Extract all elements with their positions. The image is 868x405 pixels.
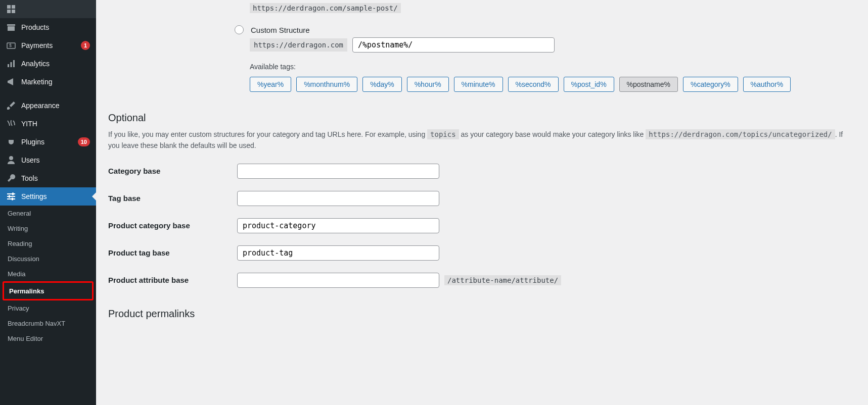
svg-rect-12 [7, 198, 15, 199]
notification-badge: 1 [81, 41, 90, 50]
svg-rect-15 [12, 198, 13, 200]
submenu-general[interactable]: General [0, 206, 96, 221]
tag-day[interactable]: %day% [362, 77, 401, 92]
svg-rect-3 [12, 10, 15, 13]
product-tag-base-input[interactable] [237, 245, 439, 261]
svg-rect-14 [9, 195, 10, 198]
sidebar-label: Users [21, 156, 90, 164]
category-base-label: Category base [108, 167, 237, 175]
radio-unchecked-icon[interactable] [235, 25, 244, 34]
product-attribute-base-label: Product attribute base [108, 276, 237, 284]
product-category-base-label: Product category base [108, 221, 237, 230]
sidebar-label: Tools [21, 174, 90, 182]
megaphone-icon [6, 77, 16, 87]
tag-base-input[interactable] [237, 191, 439, 206]
svg-rect-13 [12, 193, 14, 195]
highlight-annotation: Permalinks [3, 281, 94, 300]
main-content: https://derdragon.com/sample-post/ Custo… [96, 0, 868, 405]
svg-rect-8 [13, 60, 15, 67]
user-icon [6, 155, 16, 165]
submenu-writing[interactable]: Writing [0, 221, 96, 236]
submenu-privacy[interactable]: Privacy [0, 300, 96, 316]
sidebar-item-marketing[interactable]: Marketing [0, 73, 96, 91]
sidebar-label: Payments [21, 41, 78, 49]
sidebar-item-tools[interactable]: Tools [0, 169, 96, 187]
permalink-option-custom[interactable]: Custom Structure [235, 25, 856, 34]
sliders-icon [6, 191, 16, 201]
tag-category[interactable]: %category% [683, 77, 738, 92]
tag-monthnum[interactable]: %monthnum% [296, 77, 357, 92]
dashboard-icon [6, 4, 16, 14]
sidebar-item-yith[interactable]: YITH [0, 115, 96, 133]
tag-author[interactable]: %author% [743, 77, 791, 92]
optional-description: If you like, you may enter custom struct… [108, 129, 856, 151]
brush-icon [6, 100, 16, 111]
category-base-input[interactable] [237, 164, 439, 179]
sidebar-label: Marketing [21, 78, 90, 86]
svg-rect-7 [11, 62, 12, 67]
sidebar-item-settings[interactable]: Settings [0, 187, 96, 206]
tag-hour[interactable]: %hour% [407, 77, 449, 92]
yith-icon [6, 119, 16, 129]
product-permalinks-heading: Product permalinks [108, 308, 856, 320]
admin-sidebar: Products $ Payments 1 Analytics Marketin… [0, 0, 96, 405]
sidebar-label: Plugins [21, 138, 75, 146]
attribute-base-hint: /attribute-name/attribute/ [444, 275, 561, 285]
sidebar-item-users[interactable]: Users [0, 151, 96, 169]
tag-year[interactable]: %year% [250, 77, 291, 92]
menu-separator [0, 91, 96, 96]
archive-icon [6, 22, 16, 32]
tag-base-label: Tag base [108, 194, 237, 202]
sample-url-prev: https://derdragon.com/sample-post/ [250, 3, 401, 13]
sidebar-item-partial-top[interactable] [0, 0, 96, 18]
sidebar-label: YITH [21, 120, 90, 128]
svg-point-9 [9, 156, 13, 160]
svg-rect-10 [7, 193, 15, 194]
submenu-permalinks[interactable]: Permalinks [4, 283, 92, 298]
sidebar-label: Settings [21, 192, 90, 200]
sidebar-item-analytics[interactable]: Analytics [0, 55, 96, 73]
tag-minute[interactable]: %minute% [454, 77, 503, 92]
sidebar-item-payments[interactable]: $ Payments 1 [0, 36, 96, 55]
available-tags-label: Available tags: [250, 63, 856, 71]
custom-structure-input[interactable] [352, 37, 555, 53]
submenu-menu-editor[interactable]: Menu Editor [0, 331, 96, 346]
svg-rect-11 [7, 196, 15, 197]
chart-icon [6, 59, 16, 69]
optional-heading: Optional [108, 112, 856, 124]
svg-rect-0 [7, 5, 11, 9]
sidebar-item-appearance[interactable]: Appearance [0, 96, 96, 115]
svg-rect-2 [7, 10, 11, 13]
sidebar-label: Analytics [21, 60, 90, 68]
sidebar-label: Appearance [21, 102, 90, 110]
example-code-url: https://derdragon.com/topics/uncategoriz… [646, 129, 835, 139]
submenu-reading[interactable]: Reading [0, 236, 96, 251]
radio-label: Custom Structure [251, 26, 310, 34]
product-tag-base-label: Product tag base [108, 248, 237, 257]
submenu-media[interactable]: Media [0, 266, 96, 281]
plug-icon [6, 137, 16, 147]
wrench-icon [6, 173, 16, 183]
submenu-breadcrumb[interactable]: Breadcrumb NavXT [0, 316, 96, 331]
product-category-base-input[interactable] [237, 218, 439, 233]
available-tags: %year%%monthnum%%day%%hour%%minute%%seco… [250, 77, 856, 92]
tag-post_id[interactable]: %post_id% [564, 77, 614, 92]
sidebar-item-plugins[interactable]: Plugins 10 [0, 133, 96, 151]
custom-prefix: https://derdragon.com [250, 38, 347, 52]
money-icon: $ [6, 40, 16, 50]
svg-text:$: $ [9, 43, 12, 48]
product-attribute-base-input[interactable] [237, 273, 439, 288]
tag-second[interactable]: %second% [508, 77, 559, 92]
notification-badge: 10 [78, 137, 90, 146]
tag-postname[interactable]: %postname% [619, 77, 678, 92]
svg-rect-1 [12, 5, 15, 9]
svg-rect-6 [8, 64, 9, 67]
example-code-topics: topics [427, 129, 459, 139]
sidebar-label: Products [21, 23, 90, 31]
submenu-discussion[interactable]: Discussion [0, 251, 96, 266]
sidebar-item-products[interactable]: Products [0, 18, 96, 36]
